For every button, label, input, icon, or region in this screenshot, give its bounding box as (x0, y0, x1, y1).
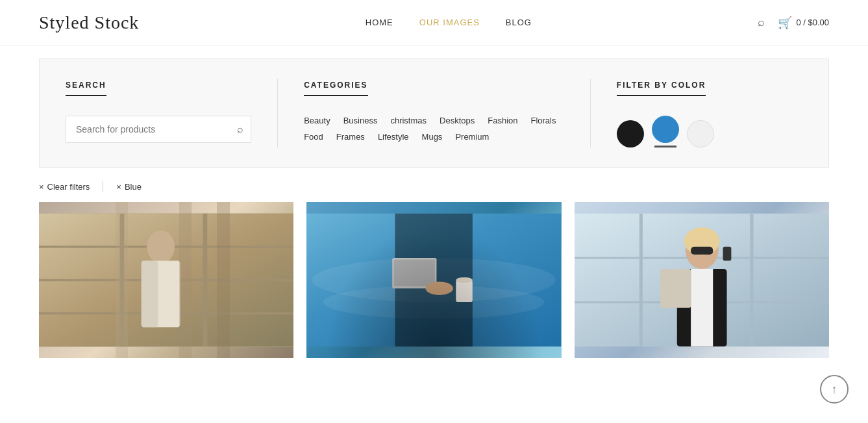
clear-filters-label: Clear filters (47, 182, 90, 192)
category-christmas[interactable]: christmas (390, 116, 427, 125)
category-mugs[interactable]: Mugs (422, 132, 443, 142)
category-food[interactable]: Food (304, 132, 323, 142)
image-2 (306, 202, 561, 358)
nav-our-images[interactable]: OUR IMAGES (419, 18, 480, 27)
svg-rect-2 (39, 214, 293, 347)
image-card-2[interactable] (306, 202, 561, 358)
search-box-wrapper: ⌕ (66, 116, 251, 143)
filter-x-icon: × (116, 182, 121, 192)
search-button[interactable]: ⌕ (237, 123, 243, 135)
image-3 (575, 202, 829, 358)
filter-separator (103, 181, 103, 192)
cart-icon: 🛒 (778, 16, 792, 30)
nav-home[interactable]: HOME (366, 18, 393, 27)
clear-filters-button[interactable]: × Clear filters (39, 182, 90, 192)
color-filter-black[interactable] (617, 120, 644, 147)
color-filter-white[interactable] (687, 120, 714, 147)
main-nav: HOME OUR IMAGES BLOG (366, 18, 532, 27)
svg-rect-11 (306, 214, 561, 347)
color-filters (617, 116, 802, 147)
filter-panel: SEARCH ⌕ CATEGORIES Beauty Business chri… (39, 58, 829, 168)
color-section-title: FILTER BY COLOR (617, 81, 706, 96)
svg-point-13 (323, 286, 545, 319)
categories-grid: Beauty Business christmas Desktops Fashi… (304, 116, 564, 142)
active-filters-bar: × Clear filters × Blue (39, 181, 829, 192)
clear-x-icon: × (39, 182, 44, 192)
search-input[interactable] (66, 116, 251, 143)
active-filter-blue[interactable]: × Blue (116, 182, 142, 192)
search-section-title: SEARCH (66, 81, 106, 96)
category-desktops[interactable]: Desktops (440, 116, 475, 125)
cart-total: 0 / $0.00 (796, 18, 829, 27)
color-filter-section: FILTER BY COLOR (617, 79, 802, 147)
categories-section: CATEGORIES Beauty Business christmas Des… (304, 79, 591, 147)
site-header: Styled Stock HOME OUR IMAGES BLOG ⌕ 🛒 0 … (0, 0, 868, 45)
svg-rect-27 (691, 247, 713, 255)
svg-point-18 (456, 277, 473, 283)
header-right: ⌕ 🛒 0 / $0.00 (758, 16, 829, 30)
category-premium[interactable]: Premium (455, 132, 489, 142)
header-search-icon[interactable]: ⌕ (758, 16, 765, 29)
svg-rect-1 (39, 214, 293, 347)
active-filter-label: Blue (125, 182, 142, 192)
image-1 (39, 202, 293, 358)
svg-rect-9 (142, 261, 180, 327)
categories-section-title: CATEGORIES (304, 81, 367, 96)
category-business[interactable]: Business (343, 116, 378, 125)
svg-rect-31 (660, 269, 691, 308)
category-beauty[interactable]: Beauty (304, 116, 330, 125)
category-lifestyle[interactable]: Lifestyle (378, 132, 409, 142)
svg-rect-10 (142, 261, 158, 327)
svg-rect-28 (723, 247, 731, 261)
image-grid (39, 202, 829, 358)
svg-point-19 (426, 282, 454, 295)
svg-rect-30 (691, 269, 713, 346)
category-frames[interactable]: Frames (336, 132, 365, 142)
svg-point-12 (312, 258, 556, 302)
color-filter-blue[interactable] (652, 116, 679, 143)
svg-rect-14 (395, 214, 473, 347)
cart-area[interactable]: 🛒 0 / $0.00 (778, 16, 829, 30)
image-card-1[interactable] (39, 202, 293, 358)
category-florals[interactable]: Florals (530, 116, 556, 125)
image-card-3[interactable] (575, 202, 829, 358)
svg-rect-17 (456, 280, 473, 302)
svg-rect-15 (393, 258, 437, 288)
category-fashion[interactable]: Fashion (488, 116, 517, 125)
search-section: SEARCH ⌕ (66, 79, 278, 147)
svg-rect-16 (394, 259, 435, 286)
svg-rect-0 (39, 214, 293, 347)
nav-blog[interactable]: BLOG (506, 18, 532, 27)
svg-point-8 (147, 230, 175, 263)
site-logo[interactable]: Styled Stock (39, 12, 139, 33)
